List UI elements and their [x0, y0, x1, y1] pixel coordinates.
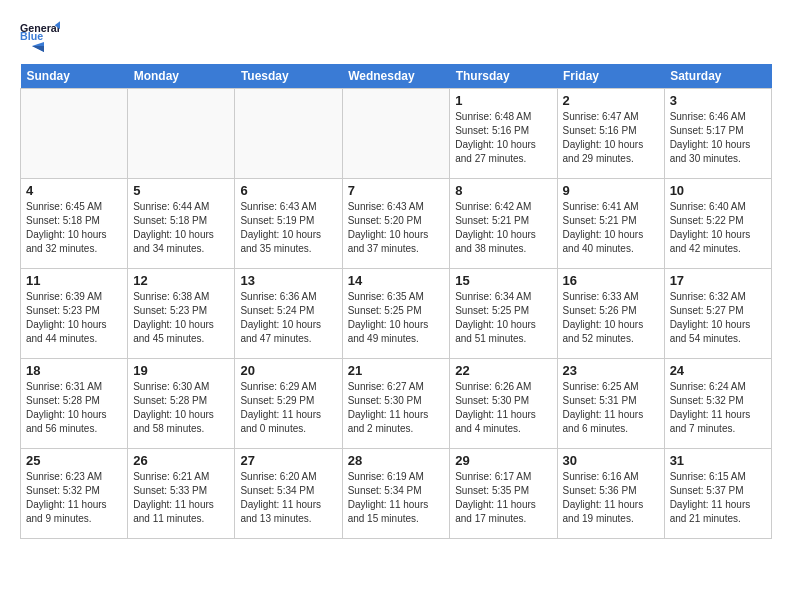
day-number: 1	[455, 93, 551, 108]
day-number: 30	[563, 453, 659, 468]
calendar-cell: 12Sunrise: 6:38 AM Sunset: 5:23 PM Dayli…	[128, 269, 235, 359]
day-of-week-header: Friday	[557, 64, 664, 89]
day-number: 28	[348, 453, 445, 468]
day-number: 4	[26, 183, 122, 198]
day-of-week-header: Sunday	[21, 64, 128, 89]
day-info: Sunrise: 6:40 AM Sunset: 5:22 PM Dayligh…	[670, 200, 766, 256]
day-info: Sunrise: 6:15 AM Sunset: 5:37 PM Dayligh…	[670, 470, 766, 526]
day-of-week-header: Saturday	[664, 64, 771, 89]
day-number: 14	[348, 273, 445, 288]
day-info: Sunrise: 6:38 AM Sunset: 5:23 PM Dayligh…	[133, 290, 229, 346]
logo: General Blue	[20, 20, 60, 54]
calendar-cell	[21, 89, 128, 179]
day-info: Sunrise: 6:24 AM Sunset: 5:32 PM Dayligh…	[670, 380, 766, 436]
svg-marker-4	[32, 46, 44, 52]
day-info: Sunrise: 6:36 AM Sunset: 5:24 PM Dayligh…	[240, 290, 336, 346]
day-of-week-header: Tuesday	[235, 64, 342, 89]
calendar-cell: 3Sunrise: 6:46 AM Sunset: 5:17 PM Daylig…	[664, 89, 771, 179]
calendar-cell: 16Sunrise: 6:33 AM Sunset: 5:26 PM Dayli…	[557, 269, 664, 359]
day-number: 16	[563, 273, 659, 288]
day-number: 29	[455, 453, 551, 468]
day-number: 18	[26, 363, 122, 378]
day-number: 11	[26, 273, 122, 288]
day-number: 23	[563, 363, 659, 378]
day-info: Sunrise: 6:31 AM Sunset: 5:28 PM Dayligh…	[26, 380, 122, 436]
day-info: Sunrise: 6:23 AM Sunset: 5:32 PM Dayligh…	[26, 470, 122, 526]
calendar-week-row: 25Sunrise: 6:23 AM Sunset: 5:32 PM Dayli…	[21, 449, 772, 539]
calendar-cell: 18Sunrise: 6:31 AM Sunset: 5:28 PM Dayli…	[21, 359, 128, 449]
day-number: 20	[240, 363, 336, 378]
day-number: 8	[455, 183, 551, 198]
day-info: Sunrise: 6:44 AM Sunset: 5:18 PM Dayligh…	[133, 200, 229, 256]
calendar-cell: 26Sunrise: 6:21 AM Sunset: 5:33 PM Dayli…	[128, 449, 235, 539]
day-info: Sunrise: 6:26 AM Sunset: 5:30 PM Dayligh…	[455, 380, 551, 436]
day-number: 24	[670, 363, 766, 378]
day-info: Sunrise: 6:45 AM Sunset: 5:18 PM Dayligh…	[26, 200, 122, 256]
day-info: Sunrise: 6:33 AM Sunset: 5:26 PM Dayligh…	[563, 290, 659, 346]
calendar-cell: 30Sunrise: 6:16 AM Sunset: 5:36 PM Dayli…	[557, 449, 664, 539]
calendar-cell	[342, 89, 450, 179]
day-info: Sunrise: 6:43 AM Sunset: 5:20 PM Dayligh…	[348, 200, 445, 256]
calendar-cell: 24Sunrise: 6:24 AM Sunset: 5:32 PM Dayli…	[664, 359, 771, 449]
calendar-cell	[128, 89, 235, 179]
day-info: Sunrise: 6:17 AM Sunset: 5:35 PM Dayligh…	[455, 470, 551, 526]
calendar-cell: 28Sunrise: 6:19 AM Sunset: 5:34 PM Dayli…	[342, 449, 450, 539]
day-number: 3	[670, 93, 766, 108]
calendar-cell: 4Sunrise: 6:45 AM Sunset: 5:18 PM Daylig…	[21, 179, 128, 269]
day-number: 9	[563, 183, 659, 198]
day-number: 5	[133, 183, 229, 198]
day-info: Sunrise: 6:34 AM Sunset: 5:25 PM Dayligh…	[455, 290, 551, 346]
calendar-cell: 31Sunrise: 6:15 AM Sunset: 5:37 PM Dayli…	[664, 449, 771, 539]
day-number: 10	[670, 183, 766, 198]
day-number: 17	[670, 273, 766, 288]
calendar-header-row: SundayMondayTuesdayWednesdayThursdayFrid…	[21, 64, 772, 89]
svg-text:Blue: Blue	[20, 30, 43, 40]
day-number: 21	[348, 363, 445, 378]
calendar-cell: 5Sunrise: 6:44 AM Sunset: 5:18 PM Daylig…	[128, 179, 235, 269]
day-of-week-header: Monday	[128, 64, 235, 89]
day-of-week-header: Wednesday	[342, 64, 450, 89]
day-info: Sunrise: 6:29 AM Sunset: 5:29 PM Dayligh…	[240, 380, 336, 436]
day-info: Sunrise: 6:35 AM Sunset: 5:25 PM Dayligh…	[348, 290, 445, 346]
calendar-cell: 2Sunrise: 6:47 AM Sunset: 5:16 PM Daylig…	[557, 89, 664, 179]
calendar-cell: 25Sunrise: 6:23 AM Sunset: 5:32 PM Dayli…	[21, 449, 128, 539]
calendar-week-row: 18Sunrise: 6:31 AM Sunset: 5:28 PM Dayli…	[21, 359, 772, 449]
day-info: Sunrise: 6:39 AM Sunset: 5:23 PM Dayligh…	[26, 290, 122, 346]
calendar-week-row: 11Sunrise: 6:39 AM Sunset: 5:23 PM Dayli…	[21, 269, 772, 359]
calendar-cell: 21Sunrise: 6:27 AM Sunset: 5:30 PM Dayli…	[342, 359, 450, 449]
day-info: Sunrise: 6:32 AM Sunset: 5:27 PM Dayligh…	[670, 290, 766, 346]
day-info: Sunrise: 6:43 AM Sunset: 5:19 PM Dayligh…	[240, 200, 336, 256]
day-of-week-header: Thursday	[450, 64, 557, 89]
day-number: 13	[240, 273, 336, 288]
calendar-cell: 10Sunrise: 6:40 AM Sunset: 5:22 PM Dayli…	[664, 179, 771, 269]
calendar-cell	[235, 89, 342, 179]
calendar-cell: 7Sunrise: 6:43 AM Sunset: 5:20 PM Daylig…	[342, 179, 450, 269]
calendar-cell: 23Sunrise: 6:25 AM Sunset: 5:31 PM Dayli…	[557, 359, 664, 449]
day-info: Sunrise: 6:46 AM Sunset: 5:17 PM Dayligh…	[670, 110, 766, 166]
calendar-cell: 29Sunrise: 6:17 AM Sunset: 5:35 PM Dayli…	[450, 449, 557, 539]
calendar-cell: 1Sunrise: 6:48 AM Sunset: 5:16 PM Daylig…	[450, 89, 557, 179]
day-number: 31	[670, 453, 766, 468]
day-number: 22	[455, 363, 551, 378]
calendar-cell: 8Sunrise: 6:42 AM Sunset: 5:21 PM Daylig…	[450, 179, 557, 269]
day-info: Sunrise: 6:41 AM Sunset: 5:21 PM Dayligh…	[563, 200, 659, 256]
calendar-table: SundayMondayTuesdayWednesdayThursdayFrid…	[20, 64, 772, 539]
day-info: Sunrise: 6:42 AM Sunset: 5:21 PM Dayligh…	[455, 200, 551, 256]
day-number: 7	[348, 183, 445, 198]
logo-bird-icon	[22, 42, 44, 58]
day-info: Sunrise: 6:48 AM Sunset: 5:16 PM Dayligh…	[455, 110, 551, 166]
calendar-week-row: 1Sunrise: 6:48 AM Sunset: 5:16 PM Daylig…	[21, 89, 772, 179]
page-header: General Blue	[20, 20, 772, 54]
logo-icon: General Blue	[20, 20, 60, 40]
calendar-cell: 15Sunrise: 6:34 AM Sunset: 5:25 PM Dayli…	[450, 269, 557, 359]
calendar-cell: 13Sunrise: 6:36 AM Sunset: 5:24 PM Dayli…	[235, 269, 342, 359]
day-number: 25	[26, 453, 122, 468]
calendar-cell: 9Sunrise: 6:41 AM Sunset: 5:21 PM Daylig…	[557, 179, 664, 269]
day-number: 12	[133, 273, 229, 288]
calendar-cell: 6Sunrise: 6:43 AM Sunset: 5:19 PM Daylig…	[235, 179, 342, 269]
day-number: 15	[455, 273, 551, 288]
calendar-week-row: 4Sunrise: 6:45 AM Sunset: 5:18 PM Daylig…	[21, 179, 772, 269]
calendar-cell: 27Sunrise: 6:20 AM Sunset: 5:34 PM Dayli…	[235, 449, 342, 539]
calendar-cell: 17Sunrise: 6:32 AM Sunset: 5:27 PM Dayli…	[664, 269, 771, 359]
day-number: 19	[133, 363, 229, 378]
